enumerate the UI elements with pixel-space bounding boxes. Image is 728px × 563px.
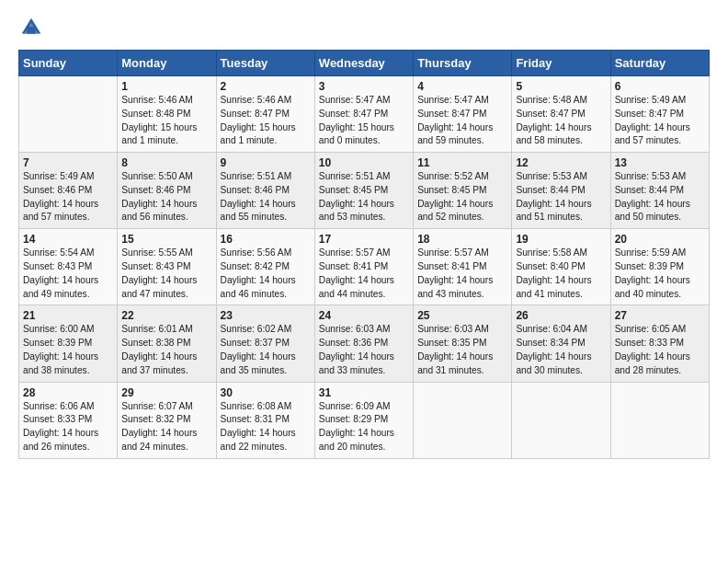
daylight-line1: Daylight: 14 hours — [615, 121, 705, 135]
daylight-line2: and 55 minutes. — [221, 211, 311, 224]
sunrise-text: Sunrise: 5:56 AM — [221, 247, 311, 260]
sunset-text: Sunset: 8:39 PM — [23, 337, 113, 350]
sunrise-text: Sunrise: 5:51 AM — [221, 170, 311, 184]
daylight-line1: Daylight: 14 hours — [417, 274, 507, 288]
day-info: Sunrise: 6:05 AMSunset: 8:33 PMDaylight:… — [615, 323, 705, 377]
header-row: SundayMondayTuesdayWednesdayThursdayFrid… — [19, 51, 710, 76]
day-info: Sunrise: 5:53 AMSunset: 8:44 PMDaylight:… — [615, 170, 705, 224]
sunrise-text: Sunrise: 6:02 AM — [221, 323, 311, 337]
sunset-text: Sunset: 8:38 PM — [121, 337, 211, 350]
day-info: Sunrise: 5:49 AMSunset: 8:46 PMDaylight:… — [23, 170, 113, 224]
day-info: Sunrise: 5:58 AMSunset: 8:40 PMDaylight:… — [516, 247, 606, 301]
day-info: Sunrise: 5:50 AMSunset: 8:46 PMDaylight:… — [121, 170, 211, 224]
day-number: 1 — [121, 80, 211, 93]
day-number: 18 — [417, 233, 507, 246]
sunrise-text: Sunrise: 5:47 AM — [417, 94, 507, 108]
daylight-line2: and 51 minutes. — [516, 211, 606, 224]
sunrise-text: Sunrise: 5:49 AM — [615, 94, 705, 108]
sunset-text: Sunset: 8:44 PM — [516, 184, 606, 198]
calendar-cell: 29Sunrise: 6:07 AMSunset: 8:32 PMDayligh… — [118, 382, 216, 458]
daylight-line1: Daylight: 14 hours — [516, 274, 606, 288]
day-number: 23 — [221, 309, 311, 322]
calendar-cell: 12Sunrise: 5:53 AMSunset: 8:44 PMDayligh… — [512, 153, 610, 229]
calendar-cell: 7Sunrise: 5:49 AMSunset: 8:46 PMDaylight… — [19, 153, 118, 229]
sunrise-text: Sunrise: 5:50 AM — [121, 170, 211, 184]
calendar-cell: 18Sunrise: 5:57 AMSunset: 8:41 PMDayligh… — [414, 229, 512, 305]
day-info: Sunrise: 6:09 AMSunset: 8:29 PMDaylight:… — [319, 400, 409, 454]
day-number: 12 — [516, 156, 606, 169]
daylight-line2: and 47 minutes. — [121, 288, 211, 302]
sunset-text: Sunset: 8:32 PM — [121, 413, 211, 427]
calendar-cell: 20Sunrise: 5:59 AMSunset: 8:39 PMDayligh… — [610, 229, 709, 305]
daylight-line1: Daylight: 14 hours — [121, 427, 211, 441]
sunrise-text: Sunrise: 5:53 AM — [615, 170, 705, 184]
daylight-line2: and 37 minutes. — [121, 364, 211, 378]
daylight-line2: and 49 minutes. — [23, 288, 113, 302]
calendar-cell: 25Sunrise: 6:03 AMSunset: 8:35 PMDayligh… — [414, 305, 512, 382]
day-info: Sunrise: 5:53 AMSunset: 8:44 PMDaylight:… — [516, 170, 606, 224]
sunrise-text: Sunrise: 6:07 AM — [121, 400, 211, 414]
calendar-cell: 2Sunrise: 5:46 AMSunset: 8:47 PMDaylight… — [216, 76, 314, 153]
sunrise-text: Sunrise: 6:04 AM — [516, 323, 606, 337]
day-info: Sunrise: 5:47 AMSunset: 8:47 PMDaylight:… — [417, 94, 507, 148]
day-info: Sunrise: 6:01 AMSunset: 8:38 PMDaylight:… — [121, 323, 211, 377]
daylight-line1: Daylight: 14 hours — [417, 198, 507, 212]
sunrise-text: Sunrise: 6:00 AM — [23, 323, 113, 337]
daylight-line1: Daylight: 14 hours — [121, 350, 211, 364]
daylight-line2: and 1 minute. — [221, 134, 311, 148]
day-number: 25 — [417, 309, 507, 322]
day-info: Sunrise: 5:55 AMSunset: 8:43 PMDaylight:… — [121, 247, 211, 301]
day-number: 7 — [23, 156, 113, 169]
svg-rect-2 — [27, 27, 35, 33]
day-info: Sunrise: 5:59 AMSunset: 8:39 PMDaylight:… — [615, 247, 705, 301]
daylight-line1: Daylight: 14 hours — [417, 350, 507, 364]
day-info: Sunrise: 5:57 AMSunset: 8:41 PMDaylight:… — [319, 247, 409, 301]
daylight-line1: Daylight: 14 hours — [615, 198, 705, 212]
calendar-cell: 26Sunrise: 6:04 AMSunset: 8:34 PMDayligh… — [512, 305, 610, 382]
daylight-line2: and 30 minutes. — [516, 364, 606, 378]
day-info: Sunrise: 6:02 AMSunset: 8:37 PMDaylight:… — [221, 323, 311, 377]
day-info: Sunrise: 5:47 AMSunset: 8:47 PMDaylight:… — [319, 94, 409, 148]
daylight-line1: Daylight: 14 hours — [319, 274, 409, 288]
day-number: 8 — [121, 156, 211, 169]
sunset-text: Sunset: 8:46 PM — [23, 184, 113, 198]
sunset-text: Sunset: 8:46 PM — [121, 184, 211, 198]
daylight-line2: and 46 minutes. — [221, 288, 311, 302]
day-info: Sunrise: 5:46 AMSunset: 8:47 PMDaylight:… — [221, 94, 311, 148]
day-number: 19 — [516, 233, 606, 246]
day-info: Sunrise: 5:51 AMSunset: 8:46 PMDaylight:… — [221, 170, 311, 224]
daylight-line2: and 58 minutes. — [516, 134, 606, 148]
calendar-cell: 27Sunrise: 6:05 AMSunset: 8:33 PMDayligh… — [610, 305, 709, 382]
daylight-line2: and 57 minutes. — [615, 134, 705, 148]
daylight-line2: and 44 minutes. — [319, 288, 409, 302]
calendar-cell — [610, 382, 709, 458]
day-number: 31 — [319, 386, 409, 399]
calendar-cell: 10Sunrise: 5:51 AMSunset: 8:45 PMDayligh… — [314, 153, 413, 229]
day-number: 26 — [516, 309, 606, 322]
sunset-text: Sunset: 8:39 PM — [615, 260, 705, 274]
daylight-line2: and 24 minutes. — [121, 441, 211, 454]
day-number: 15 — [121, 233, 211, 246]
calendar-cell: 9Sunrise: 5:51 AMSunset: 8:46 PMDaylight… — [216, 153, 314, 229]
daylight-line1: Daylight: 14 hours — [221, 274, 311, 288]
sunset-text: Sunset: 8:48 PM — [121, 108, 211, 121]
day-number: 27 — [615, 309, 705, 322]
logo-icon — [18, 15, 44, 40]
daylight-line1: Daylight: 14 hours — [121, 198, 211, 212]
sunrise-text: Sunrise: 6:08 AM — [221, 400, 311, 414]
calendar-cell: 17Sunrise: 5:57 AMSunset: 8:41 PMDayligh… — [314, 229, 413, 305]
calendar-week-5: 28Sunrise: 6:06 AMSunset: 8:33 PMDayligh… — [19, 382, 710, 458]
daylight-line1: Daylight: 14 hours — [319, 427, 409, 441]
sunrise-text: Sunrise: 5:51 AM — [319, 170, 409, 184]
sunset-text: Sunset: 8:45 PM — [319, 184, 409, 198]
daylight-line1: Daylight: 14 hours — [615, 350, 705, 364]
sunset-text: Sunset: 8:47 PM — [221, 108, 311, 121]
day-info: Sunrise: 6:08 AMSunset: 8:31 PMDaylight:… — [221, 400, 311, 454]
calendar-cell: 30Sunrise: 6:08 AMSunset: 8:31 PMDayligh… — [216, 382, 314, 458]
day-number: 20 — [615, 233, 705, 246]
calendar-cell: 19Sunrise: 5:58 AMSunset: 8:40 PMDayligh… — [512, 229, 610, 305]
day-info: Sunrise: 5:48 AMSunset: 8:47 PMDaylight:… — [516, 94, 606, 148]
sunrise-text: Sunrise: 5:59 AM — [615, 247, 705, 260]
calendar-cell: 23Sunrise: 6:02 AMSunset: 8:37 PMDayligh… — [216, 305, 314, 382]
calendar-cell: 3Sunrise: 5:47 AMSunset: 8:47 PMDaylight… — [314, 76, 413, 153]
